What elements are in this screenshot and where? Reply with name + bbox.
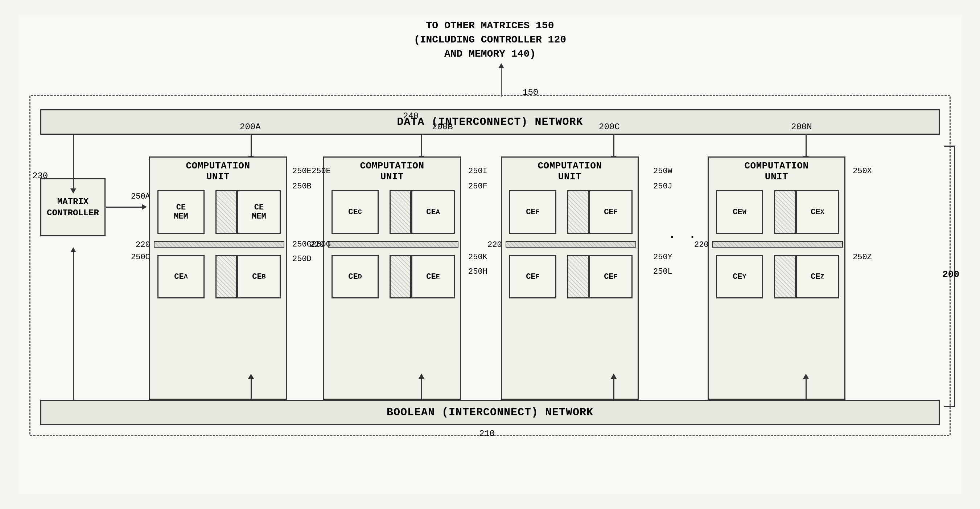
cu3-hatch-2 bbox=[567, 255, 589, 298]
cu2-cee: CEE bbox=[411, 255, 455, 298]
label-250H: 250H bbox=[468, 267, 487, 276]
cu4-interconnect-220 bbox=[712, 241, 843, 247]
label-250X: 250X bbox=[853, 167, 872, 176]
label-250B: 250B bbox=[292, 182, 312, 191]
cu2-hatch-1 bbox=[390, 190, 411, 234]
computation-unit-2: COMPUTATIONUNIT CEC CEA 220 CED CEE bbox=[323, 156, 461, 400]
label-250Z: 250Z bbox=[853, 253, 872, 262]
cu2-cec: CEC bbox=[331, 190, 379, 234]
cu1-ceb: CEB bbox=[237, 255, 281, 298]
label-240: 240 bbox=[403, 111, 418, 121]
label-250G-cu2: 250G bbox=[312, 240, 331, 249]
computation-unit-4: COMPUTATIONUNIT CEW CEX 220 CEY CEZ bbox=[708, 156, 845, 400]
label-220-cu3: 220 bbox=[487, 240, 502, 249]
cu4-hatch-1 bbox=[774, 190, 796, 234]
diagram-wrapper: TO OTHER MATRICES 150 (INCLUDING CONTROL… bbox=[19, 15, 961, 494]
label-200B: 200B bbox=[432, 122, 453, 132]
cu1-interconnect-220 bbox=[154, 241, 284, 247]
label-250F: 250F bbox=[468, 182, 487, 191]
arrow-mc-right bbox=[106, 207, 143, 207]
label-250D: 250D bbox=[292, 254, 312, 263]
label-250E-cu2: 250E bbox=[312, 167, 331, 176]
arrow-data-to-cu4 bbox=[805, 135, 807, 156]
arrow-data-to-cu3 bbox=[613, 135, 614, 156]
arrow-data-to-cu1 bbox=[251, 135, 252, 156]
cu2-cea: CEA bbox=[411, 190, 455, 234]
cu4-cez: CEZ bbox=[796, 255, 839, 298]
arrow-data-to-cu2 bbox=[421, 135, 422, 156]
cu4-hatch-2 bbox=[774, 255, 796, 298]
cu1-ce-mem-2: CEMEM bbox=[237, 190, 281, 234]
cu2-ced: CED bbox=[331, 255, 379, 298]
cu3-interconnect-220 bbox=[506, 241, 636, 247]
computation-unit-3: COMPUTATIONUNIT CEF CEF 220 CEF CEF bbox=[501, 156, 639, 400]
cu1-hatch-2 bbox=[215, 255, 237, 298]
cu4-cew: CEW bbox=[716, 190, 763, 234]
cu3-cef-2: CEF bbox=[589, 190, 633, 234]
label-250I: 250I bbox=[468, 167, 487, 176]
label-250W: 250W bbox=[653, 167, 673, 176]
label-250K: 250K bbox=[468, 253, 487, 262]
arrow-bool-to-cu4 bbox=[805, 378, 807, 400]
top-annotation: TO OTHER MATRICES 150 (INCLUDING CONTROL… bbox=[414, 19, 566, 61]
label-200N: 200N bbox=[791, 122, 812, 132]
label-200A: 200A bbox=[240, 122, 261, 132]
cu2-interconnect-220 bbox=[328, 241, 458, 247]
cu1-cea: CEA bbox=[158, 255, 205, 298]
label-250J: 250J bbox=[653, 182, 673, 191]
cu3-cef-1: CEF bbox=[509, 190, 556, 234]
cu1-label: COMPUTATIONUNIT bbox=[150, 158, 286, 184]
cu4-cey: CEY bbox=[716, 255, 763, 298]
label-210: 210 bbox=[479, 429, 495, 439]
cu4-cex: CEX bbox=[796, 190, 839, 234]
cu1-ce-mem-1: CEMEM bbox=[158, 190, 205, 234]
cu1-hatch-1 bbox=[215, 190, 237, 234]
label-200: 200 bbox=[942, 269, 959, 280]
cu4-label: COMPUTATIONUNIT bbox=[709, 158, 844, 184]
computation-unit-1: COMPUTATIONUNIT CEMEM CEMEM 220 CEA CEB bbox=[149, 156, 287, 400]
cu3-cef-4: CEF bbox=[589, 255, 633, 298]
label-250C: 250C bbox=[131, 253, 150, 262]
boolean-network-bar: BOOLEAN (INTERCONNECT) NETWORK bbox=[40, 400, 940, 425]
arrow-bool-to-cu3 bbox=[613, 378, 614, 400]
arrow-bool-to-mc bbox=[73, 252, 74, 400]
cu2-label: COMPUTATIONUNIT bbox=[324, 158, 460, 184]
arrow-bool-to-cu2 bbox=[421, 378, 422, 400]
arrow-bool-to-cu1 bbox=[251, 378, 252, 400]
cu3-hatch-1 bbox=[567, 190, 589, 234]
cu3-label: COMPUTATIONUNIT bbox=[502, 158, 638, 184]
label-250Y: 250Y bbox=[653, 253, 673, 262]
arrow-data-to-mc bbox=[73, 135, 74, 189]
cu2-hatch-2 bbox=[390, 255, 411, 298]
label-220-cu4: 220 bbox=[694, 240, 709, 249]
label-250E: 250E bbox=[292, 167, 312, 176]
label-250A: 250A bbox=[131, 192, 150, 201]
label-250G: 250G bbox=[292, 240, 312, 249]
cu3-cef-3: CEF bbox=[509, 255, 556, 298]
label-220-cu1: 220 bbox=[136, 240, 150, 249]
label-250L: 250L bbox=[653, 267, 673, 276]
label-200C: 200C bbox=[599, 122, 620, 132]
label-230: 230 bbox=[32, 171, 48, 181]
arrow-to-other-matrices bbox=[501, 67, 502, 97]
